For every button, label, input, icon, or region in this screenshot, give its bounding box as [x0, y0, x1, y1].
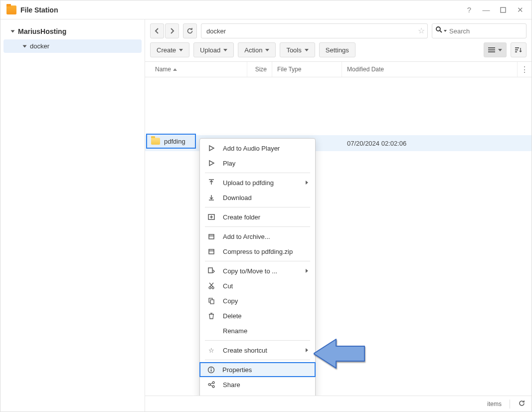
- ctx-share[interactable]: Share: [200, 377, 315, 392]
- refresh-button[interactable]: [183, 23, 197, 38]
- ctx-add-audio[interactable]: Add to Audio Player: [200, 141, 315, 156]
- svg-point-27: [208, 384, 210, 386]
- cut-icon: [207, 282, 216, 289]
- chevron-right-icon: [306, 181, 308, 185]
- tree-child-label: docker: [30, 42, 49, 50]
- ctx-properties[interactable]: Properties: [199, 362, 316, 377]
- header-type[interactable]: File Type: [272, 62, 342, 77]
- move-icon: [207, 267, 216, 274]
- upload-button[interactable]: Upload: [193, 42, 234, 57]
- create-label: Create: [157, 46, 176, 54]
- svg-point-18: [212, 287, 214, 289]
- close-button[interactable]: ✕: [515, 4, 526, 15]
- svg-rect-14: [209, 249, 214, 254]
- ctx-copy[interactable]: Copy: [200, 293, 315, 308]
- file-list[interactable]: 07/20/2024 02:02:06 pdfding Add to Audio…: [145, 77, 532, 396]
- app-icon: [6, 5, 16, 14]
- action-button[interactable]: Action: [238, 42, 276, 57]
- add-folder-icon: [207, 213, 216, 220]
- ctx-upload-to[interactable]: Upload to pdfding: [200, 175, 315, 190]
- forward-button[interactable]: [165, 23, 179, 38]
- upload-label: Upload: [200, 46, 220, 54]
- info-icon: [206, 366, 215, 374]
- cell-date: 07/20/2024 02:02:06: [342, 140, 532, 147]
- separator: [205, 360, 310, 360]
- sidebar: MariusHosting docker: [0, 19, 145, 412]
- main-pane: ☆ Create Upload Action Tools Settings: [145, 19, 532, 412]
- folder-icon: [151, 138, 160, 145]
- ctx-play[interactable]: Play: [200, 156, 315, 171]
- sort-asc-icon: [173, 68, 177, 71]
- search-icon: [436, 26, 442, 34]
- separator: [205, 226, 310, 227]
- path-input[interactable]: [201, 23, 428, 38]
- caret-icon: [11, 30, 15, 33]
- ctx-delete[interactable]: Delete: [200, 308, 315, 323]
- create-button[interactable]: Create: [150, 42, 189, 57]
- column-options-button[interactable]: ⋮: [518, 65, 532, 74]
- star-icon: ☆: [207, 347, 216, 354]
- footer-refresh-button[interactable]: [518, 400, 526, 409]
- tree-root[interactable]: MariusHosting: [0, 24, 145, 38]
- archive-icon: [207, 233, 216, 240]
- ctx-rename[interactable]: Rename: [200, 323, 315, 338]
- archive-icon: [207, 248, 216, 255]
- svg-point-26: [212, 382, 214, 384]
- ctx-shortcut[interactable]: ☆Create shortcut: [200, 343, 315, 358]
- tools-button[interactable]: Tools: [280, 42, 315, 57]
- separator: [205, 261, 310, 261]
- chevron-down-icon: [265, 49, 269, 51]
- chevron-down-icon: [444, 30, 447, 32]
- separator: [205, 340, 310, 341]
- header-date[interactable]: Modified Date: [342, 62, 518, 77]
- help-button[interactable]: ?: [464, 4, 475, 15]
- delete-icon: [207, 312, 216, 319]
- ctx-add-archive[interactable]: Add to Archive...: [200, 229, 315, 244]
- chevron-down-icon: [179, 49, 183, 51]
- ctx-cut[interactable]: Cut: [200, 278, 315, 293]
- column-headers: Name Size File Type Modified Date ⋮: [145, 61, 532, 77]
- svg-line-29: [210, 383, 212, 384]
- svg-rect-0: [501, 7, 506, 12]
- separator: [205, 173, 310, 173]
- settings-button[interactable]: Settings: [319, 42, 355, 57]
- play-icon: [207, 145, 216, 152]
- copy-icon: [207, 297, 216, 304]
- tree-child-docker[interactable]: docker: [3, 39, 142, 53]
- chevron-down-icon: [223, 49, 227, 51]
- chevron-right-icon: [306, 269, 308, 273]
- items-label: items: [487, 401, 502, 408]
- ctx-compress[interactable]: Compress to pdfding.zip: [200, 244, 315, 259]
- file-station-window: File Station ? — ✕ MariusHosting docker: [0, 0, 532, 412]
- minimize-button[interactable]: —: [481, 4, 492, 15]
- download-icon: [207, 194, 216, 201]
- chevron-down-icon: [305, 49, 309, 51]
- svg-line-19: [210, 283, 213, 287]
- back-button[interactable]: [150, 23, 164, 38]
- header-size[interactable]: Size: [247, 62, 272, 77]
- chevron-right-icon: [306, 348, 308, 352]
- chevron-down-icon: [498, 49, 502, 51]
- context-menu: Add to Audio Player Play Upload to pdfdi…: [199, 138, 316, 396]
- sort-button[interactable]: [511, 42, 527, 57]
- search-box[interactable]: [432, 23, 527, 38]
- action-toolbar: Create Upload Action Tools Settings: [145, 42, 532, 61]
- separator: [205, 207, 310, 207]
- maximize-button[interactable]: [498, 4, 509, 15]
- status-bar: items: [145, 396, 532, 412]
- ctx-file-request[interactable]: Create file request: [200, 392, 315, 396]
- view-list-button[interactable]: [484, 42, 507, 57]
- ctx-create-folder[interactable]: Create folder: [200, 209, 315, 224]
- ctx-download[interactable]: Download: [200, 190, 315, 205]
- app-title: File Station: [20, 6, 58, 14]
- address-bar[interactable]: ☆: [201, 23, 428, 38]
- favorite-icon[interactable]: ☆: [418, 26, 425, 35]
- header-name[interactable]: Name: [150, 62, 247, 77]
- selected-item[interactable]: pdfding: [146, 134, 196, 149]
- svg-point-28: [212, 386, 214, 388]
- upload-icon: [207, 179, 216, 186]
- ctx-copymove[interactable]: Copy to/Move to ...: [200, 263, 315, 278]
- cell-name: pdfding: [164, 138, 185, 145]
- settings-label: Settings: [326, 46, 349, 54]
- svg-rect-12: [209, 234, 214, 239]
